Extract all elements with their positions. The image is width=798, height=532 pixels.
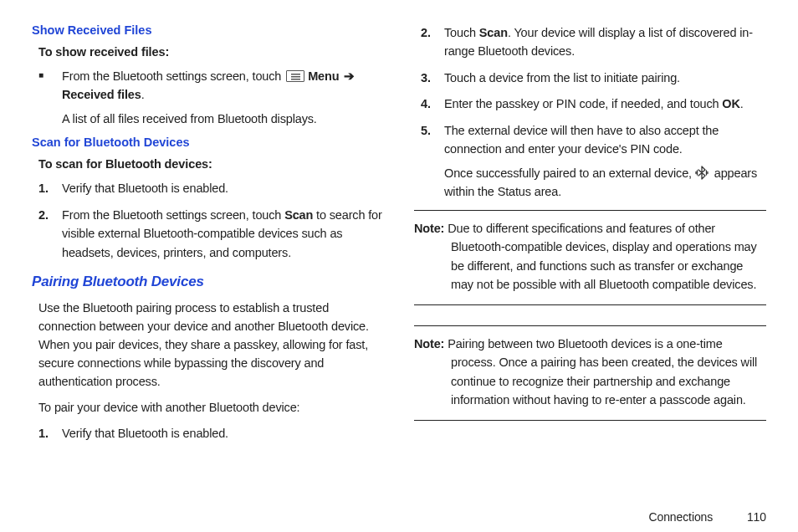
heading-show-received: Show Received Files [32, 23, 384, 37]
note-block-2: Note: Pairing between two Bluetooth devi… [414, 333, 766, 412]
bullet-text-pre: From the Bluetooth settings screen, touc… [62, 69, 284, 83]
period: . [141, 88, 145, 101]
arrow-icon: ➔ [344, 67, 355, 85]
received-files-word: Received files [62, 88, 141, 101]
menu-word: Menu [308, 69, 339, 83]
scan-steps-list: 1. Verify that Bluetooth is enabled. 2. … [32, 179, 384, 262]
list-item: 5. The external device will then have to… [444, 121, 766, 202]
heading-pairing: Pairing Bluetooth Devices [32, 274, 384, 290]
note-text: Due to different specifications and feat… [444, 222, 756, 291]
intro-scan: To scan for Bluetooth devices: [38, 157, 384, 171]
list-item: 3. Touch a device from the list to initi… [444, 69, 766, 87]
menu-icon [286, 70, 304, 82]
step-text: Touch a device from the list to initiate… [444, 71, 680, 84]
divider [414, 210, 766, 211]
step-text: Verify that Bluetooth is enabled. [62, 182, 228, 195]
step-number: 3. [421, 69, 431, 87]
divider [414, 304, 766, 305]
note-label: Note: [414, 222, 444, 235]
section-label: Connections [648, 510, 713, 524]
list-item: From the Bluetooth settings screen, touc… [62, 67, 384, 128]
step-number: 2. [421, 23, 431, 42]
step-pre: From the Bluetooth settings screen, touc… [62, 208, 284, 222]
pairing-steps-left: 1. Verify that Bluetooth is enabled. [32, 424, 384, 442]
step-number: 1. [38, 424, 49, 442]
pairing-para1: Use the Bluetooth pairing process to est… [38, 299, 384, 391]
step-bold: Scan [479, 26, 508, 39]
step-pre: Touch [444, 26, 479, 39]
note-label: Note: [414, 337, 444, 350]
list-item: 1. Verify that Bluetooth is enabled. [62, 424, 384, 442]
list-item: 2. Touch Scan. Your device will display … [444, 23, 766, 61]
step-pre: Enter the passkey or PIN code, if needed… [444, 97, 722, 110]
bluetooth-paired-icon [695, 166, 708, 180]
list-item: 4. Enter the passkey or PIN code, if nee… [444, 95, 766, 113]
sub-pre: Once successfully paired to an external … [444, 166, 695, 180]
list-item: 1. Verify that Bluetooth is enabled. [62, 179, 384, 197]
step-subline: Once successfully paired to an external … [444, 164, 766, 202]
left-column: Show Received Files To show received fil… [32, 23, 384, 507]
note-block-1: Note: Due to different specifications an… [414, 217, 766, 296]
right-column: 2. Touch Scan. Your device will display … [414, 23, 766, 507]
step-text: The external device will then have to al… [444, 124, 719, 156]
pairing-steps-right: 2. Touch Scan. Your device will display … [414, 23, 766, 202]
step-bold: Scan [284, 208, 313, 222]
intro-show-received: To show received files: [38, 45, 384, 59]
received-files-list: From the Bluetooth settings screen, touc… [32, 67, 384, 128]
pairing-para2: To pair your device with another Bluetoo… [38, 398, 384, 417]
step-text: Verify that Bluetooth is enabled. [62, 427, 228, 440]
page-number: 110 [729, 510, 766, 524]
step-number: 5. [421, 121, 431, 140]
step-bold: OK [722, 97, 739, 110]
divider [414, 420, 766, 421]
bullet-subtext: A list of all files received from Blueto… [62, 110, 384, 128]
step-post: . [740, 97, 744, 110]
note-text: Pairing between two Bluetooth devices is… [444, 337, 757, 407]
step-number: 2. [38, 206, 49, 224]
two-column-layout: Show Received Files To show received fil… [32, 23, 766, 507]
step-number: 1. [38, 179, 49, 197]
list-item: 2. From the Bluetooth settings screen, t… [62, 206, 384, 262]
divider [414, 325, 766, 326]
page-footer: Connections 110 [32, 507, 766, 524]
step-number: 4. [421, 95, 431, 113]
heading-scan: Scan for Bluetooth Devices [32, 136, 384, 149]
